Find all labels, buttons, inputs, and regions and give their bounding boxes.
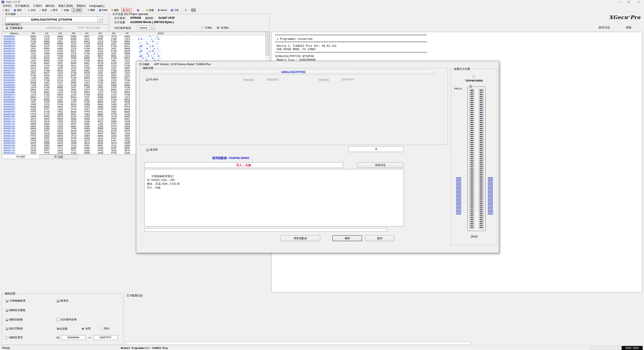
hex-row[interactable]: 00000020:0D4023C0FC008020700023C0FC00801… xyxy=(2,45,269,48)
toolbar-read-button[interactable]: ▤读取 xyxy=(72,8,82,12)
hex-column-header[interactable]: Address xyxy=(2,32,26,35)
menu-help[interactable]: 帮助(H) xyxy=(75,4,88,8)
toolbar-check-button[interactable]: ✓检查 xyxy=(38,8,48,12)
radio-icsp[interactable]: ICSP串行接口 xyxy=(42,26,63,30)
erase-icon: ✚ xyxy=(87,9,90,12)
checkbox-label: 提示音 xyxy=(150,148,158,152)
save-log-button[interactable]: 保存日志 xyxy=(598,26,610,30)
program-button[interactable]: 编程 xyxy=(332,235,362,241)
status-panel xyxy=(590,346,621,349)
hex-row[interactable]: 00000018:203C0000000023C0FC008018203C000… xyxy=(2,43,269,45)
toolbar-detect-button[interactable]: ◈识别 xyxy=(27,8,36,12)
hex-row[interactable]: 00000008:700023C0FC008000203C000F218023C… xyxy=(2,38,269,40)
hex-cell: 203C xyxy=(120,82,134,84)
vcc-dropdown-button[interactable]: ▼ xyxy=(150,26,154,30)
toolbar-ram-button[interactable]: ▦RAM xyxy=(98,8,108,12)
hex-column-header[interactable]: 1/9 xyxy=(40,32,54,35)
menu-operation[interactable]: 操作(D) xyxy=(44,4,56,8)
hex-row[interactable]: 00000038:203CC000000023C0FC008030203C000… xyxy=(2,52,269,55)
hex-column-header[interactable]: 7/F xyxy=(120,32,134,35)
hex-row[interactable]: 00000010:FC008008203C001F000123C0FC00800… xyxy=(2,40,269,43)
menu-project[interactable]: 工程(P) xyxy=(31,4,44,8)
hex-cell: FFFC xyxy=(107,137,120,140)
dialog-save-log-button[interactable]: 保存日志 xyxy=(357,162,404,168)
radio-range-part[interactable]: 部分 xyxy=(100,327,110,330)
hex-column-header[interactable]: 0/8 xyxy=(26,32,40,35)
maximize-button[interactable] xyxy=(624,0,634,4)
toolbar-program-button[interactable]: ✚编程 xyxy=(110,8,120,12)
menu-system-tools[interactable]: 系统工具(M) xyxy=(56,4,75,8)
toolbar-erase-button[interactable]: ✚擦除 xyxy=(86,8,96,12)
checkbox-erase-before[interactable]: 编程前先擦除 xyxy=(6,308,26,312)
checkbox-blank-before[interactable]: 编程前查空 xyxy=(6,336,23,339)
toolbar-device-button[interactable]: ⊡ xyxy=(184,8,188,12)
toolbar-grid-button[interactable]: ▦ xyxy=(136,8,141,12)
toolbar-save-label: 保存 xyxy=(17,9,22,12)
chip-select-combobox[interactable]: S29AL016J70TFI02 @TSOP48 ▼ xyxy=(5,17,103,22)
hex-cell: B0AE xyxy=(67,111,80,113)
toolbar-about-button[interactable]: ♟About xyxy=(156,8,168,12)
menu-file[interactable]: 文件(F) xyxy=(1,4,13,8)
toolbar-calc-button[interactable]: ▩计算 xyxy=(170,8,180,12)
checkbox-icon xyxy=(6,318,8,321)
close-button[interactable]: × xyxy=(634,0,644,4)
menu-language[interactable]: Language(L) xyxy=(88,4,106,8)
start-address-label: 开始地址: xyxy=(243,78,255,82)
checkbox-flash[interactable]: FLASH xyxy=(146,78,158,81)
toolbar-params-button[interactable]: ✱参数 xyxy=(145,8,155,12)
checkbox-skip-blank[interactable]: 跳过空数据 xyxy=(6,327,23,330)
menu-chip-select[interactable]: 芯片选择(S) xyxy=(13,4,31,8)
chip-select-dropdown-button[interactable]: ▼ xyxy=(98,17,102,22)
radio-16bits[interactable]: 16 Bits xyxy=(217,26,229,29)
checkbox-check-id[interactable]: 检查ID xyxy=(56,299,68,303)
hex-column-header[interactable]: 4/C xyxy=(80,32,94,35)
params-icon: ✱ xyxy=(146,9,148,12)
checkbox-auto-serial[interactable]: 允许编号自增 xyxy=(56,318,76,321)
hex-column-header[interactable]: 2/A xyxy=(54,32,67,35)
chip-config-field[interactable] xyxy=(126,342,471,345)
to-address-field[interactable]: 000FFFFF xyxy=(93,335,118,340)
tab-ic-info[interactable]: IC 信息 xyxy=(40,154,78,159)
view-adapter-button[interactable]: 查看适配器 xyxy=(280,235,320,241)
toolbar-blank-button[interactable]: ⌀置空 xyxy=(50,8,58,12)
clear-log-button[interactable]: 清除 xyxy=(626,26,632,30)
toolbar-save-button[interactable]: ▣保存 xyxy=(13,8,22,12)
radio-universal-socket[interactable]: 万能锁紧座 xyxy=(6,26,23,30)
hex-row[interactable]: 00000028:203CD000000023C0FC008024203C000… xyxy=(2,48,269,50)
radio-range-all[interactable]: 全部 xyxy=(82,327,91,330)
hex-column-header[interactable]: 6/E xyxy=(107,32,120,35)
calc-icon: ▩ xyxy=(170,9,173,12)
minimize-button[interactable] xyxy=(614,0,624,4)
checkbox-icsp-vcc[interactable]: ICSP_VCC Enable xyxy=(74,26,100,29)
toolbar-tv-button[interactable]: TV xyxy=(190,8,196,12)
save-icon: ▣ xyxy=(14,9,16,12)
hex-row[interactable]: 00000040:114023C0FC008038203C001F000123C… xyxy=(2,55,269,57)
xgpro-window: Xgpro v12.60 × 文件(F)芯片选择(S)工程(P)操作(D)系统工… xyxy=(0,0,644,350)
scroll-up-icon[interactable]: ▲ xyxy=(266,32,269,36)
hex-cell: FC0A xyxy=(54,96,67,99)
toolbar-load-button[interactable]: ⇓载入 xyxy=(1,8,11,12)
toolbar-read-label: 读取 xyxy=(76,9,81,12)
hex-row[interactable]: 00000030:0D4023C0FC00802C700023C0FC00802… xyxy=(2,50,269,52)
vcc-combobox[interactable]: Default ▼ xyxy=(137,26,154,30)
checkbox-beep[interactable]: 提示音 xyxy=(146,148,158,152)
hex-column-header[interactable]: 5/D xyxy=(94,32,107,35)
radio-8bits[interactable]: 8 Bits xyxy=(202,26,212,29)
result-log-box[interactable]: 引脚接触检查通过! ID: 0x0001 2249.....OK! 擦除 ...… xyxy=(144,169,404,226)
toolbar-burn-button[interactable]: ◉烧录 xyxy=(122,8,132,12)
back-button[interactable]: 返回 xyxy=(365,235,394,241)
device-icon: ⊡ xyxy=(185,9,187,12)
checkbox-pin-check[interactable]: 引脚接触检查 xyxy=(6,299,26,303)
hex-column-header[interactable]: 3/B xyxy=(67,32,80,35)
toolbar-verify-button[interactable]: ✎校验 xyxy=(60,8,70,12)
hex-row[interactable]: 00000000:800027200000000846FC27002E78000… xyxy=(2,35,269,38)
hex-row[interactable]: 00000048:FC008034203CCF00000023C0FC00803… xyxy=(2,57,269,60)
adapter-name: TSOP48-SN001 xyxy=(451,79,497,82)
from-address-field[interactable]: 00000000 xyxy=(61,335,86,340)
radio-icon xyxy=(100,327,103,330)
scrollbar-thumb[interactable] xyxy=(266,36,269,56)
hex-column-header[interactable]: ASCII xyxy=(134,32,188,35)
checkbox-verify-after[interactable]: 编程后校验 xyxy=(6,318,23,321)
tab-flash[interactable]: FLASH xyxy=(2,154,40,159)
checkbox-label: FLASH xyxy=(150,78,158,81)
